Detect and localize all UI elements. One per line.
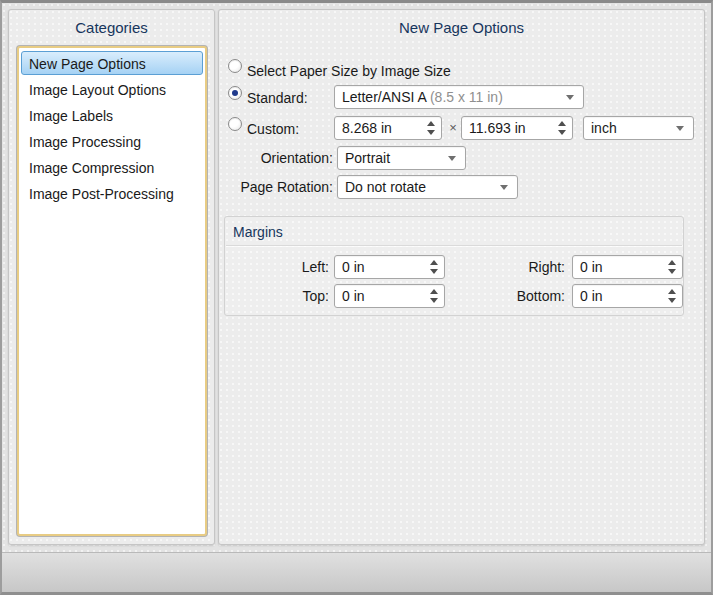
- category-list[interactable]: New Page Options Image Layout Options Im…: [17, 46, 207, 536]
- units-value: inch: [591, 120, 617, 136]
- custom-height-value: 11.693 in: [469, 120, 526, 136]
- page-title: New Page Options: [219, 10, 704, 46]
- custom-height-spinner[interactable]: 11.693 in: [461, 116, 573, 140]
- chevron-down-icon: [676, 126, 684, 131]
- categories-panel: Categories New Page Options Image Layout…: [8, 9, 215, 545]
- margin-bottom-label: Bottom:: [465, 284, 565, 308]
- footer: OK Cancel: [2, 553, 711, 592]
- spinner-arrows-icon[interactable]: [668, 289, 677, 303]
- sidebar-item[interactable]: Image Post-Processing: [21, 181, 203, 205]
- orientation-label: Orientation:: [219, 146, 333, 170]
- margin-left-value: 0 in: [342, 259, 365, 275]
- units-select[interactable]: inch: [583, 116, 694, 140]
- chevron-down-icon: [448, 156, 456, 161]
- margin-bottom-value: 0 in: [580, 288, 603, 304]
- margin-bottom-spinner[interactable]: 0 in: [572, 284, 683, 308]
- page-rotation-label: Page Rotation:: [219, 175, 333, 199]
- margin-right-label: Right:: [465, 255, 565, 279]
- page-rotation-select[interactable]: Do not rotate: [337, 175, 518, 199]
- chevron-down-icon: [566, 95, 574, 100]
- radio-custom[interactable]: [228, 117, 242, 131]
- spinner-arrows-icon[interactable]: [558, 121, 567, 135]
- margins-group-title: Margins: [233, 221, 283, 243]
- radio-standard-label[interactable]: Standard:: [247, 86, 308, 110]
- orientation-select[interactable]: Portrait: [337, 146, 466, 170]
- standard-paper-size-select[interactable]: Letter/ANSI A (8.5 x 11 in): [334, 85, 584, 109]
- spinner-arrows-icon[interactable]: [430, 260, 439, 274]
- radio-select-by-image-size-label[interactable]: Select Paper Size by Image Size: [247, 59, 451, 83]
- margin-top-value: 0 in: [342, 288, 365, 304]
- sidebar-item[interactable]: Image Processing: [21, 129, 203, 153]
- chevron-down-icon: [500, 185, 508, 190]
- spinner-arrows-icon[interactable]: [427, 121, 436, 135]
- margin-right-value: 0 in: [580, 259, 603, 275]
- categories-title: Categories: [9, 10, 214, 46]
- margins-group: Margins Left: 0 in Right: 0 in Top: 0 in…: [224, 216, 684, 316]
- sidebar-item[interactable]: Image Layout Options: [21, 77, 203, 101]
- new-page-options-panel: New Page Options Select Paper Size by Im…: [218, 9, 705, 545]
- spinner-arrows-icon[interactable]: [430, 289, 439, 303]
- sidebar-item[interactable]: Image Compression: [21, 155, 203, 179]
- margin-right-spinner[interactable]: 0 in: [572, 255, 683, 279]
- custom-width-spinner[interactable]: 8.268 in: [334, 116, 442, 140]
- new-page-options-dialog: Categories New Page Options Image Layout…: [0, 0, 713, 595]
- radio-select-by-image-size[interactable]: [228, 59, 242, 73]
- custom-width-value: 8.268 in: [342, 120, 392, 136]
- radio-standard[interactable]: [228, 86, 242, 100]
- sidebar-item[interactable]: Image Labels: [21, 103, 203, 127]
- margin-left-label: Left:: [225, 255, 329, 279]
- margin-top-spinner[interactable]: 0 in: [334, 284, 445, 308]
- sidebar-item[interactable]: New Page Options: [21, 51, 203, 75]
- margins-separator: [226, 245, 682, 246]
- radio-custom-label[interactable]: Custom:: [247, 117, 299, 141]
- page-rotation-value: Do not rotate: [345, 179, 426, 195]
- margin-top-label: Top:: [225, 284, 329, 308]
- times-separator: ×: [445, 116, 461, 140]
- margin-left-spinner[interactable]: 0 in: [334, 255, 445, 279]
- standard-paper-size-value: Letter/ANSI A: [342, 89, 430, 105]
- spinner-arrows-icon[interactable]: [668, 260, 677, 274]
- orientation-value: Portrait: [345, 150, 390, 166]
- standard-paper-size-detail: (8.5 x 11 in): [430, 89, 503, 105]
